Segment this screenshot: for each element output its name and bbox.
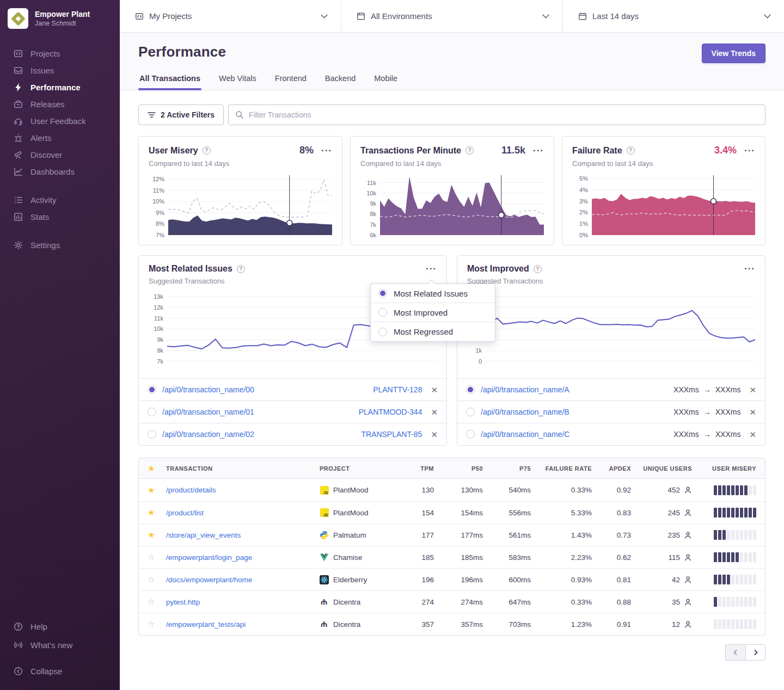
table-row[interactable]: ★ /product/details JS PlantMood 130 130m… (139, 479, 765, 501)
transaction-link[interactable]: /empowerplant_tests/api (166, 620, 246, 629)
table-row[interactable]: ☆ pytest.http Ψ Dicentra 274 274ms 647ms… (139, 590, 765, 613)
panel-chart[interactable] (486, 292, 755, 361)
star-icon[interactable]: ★ (148, 464, 166, 473)
view-trends-button[interactable]: View Trends (702, 44, 765, 63)
sidebar-item-projects[interactable]: Projects (0, 45, 120, 62)
duration-change: XXXms→XXXms (673, 408, 740, 416)
transaction-link[interactable]: /docs/empowerplant/home (166, 576, 252, 584)
dismiss-icon[interactable]: ✕ (431, 386, 438, 394)
transaction-radio[interactable] (466, 430, 475, 439)
dismiss-icon[interactable]: ✕ (431, 430, 438, 439)
tab-all-transactions[interactable]: All Transactions (138, 74, 201, 90)
issue-id-link[interactable]: PLANTMOOD-344 (359, 408, 422, 416)
transaction-link[interactable]: /api/0/transaction_name/00 (162, 385, 367, 394)
star-toggle[interactable]: ☆ (148, 597, 166, 607)
star-toggle[interactable]: ★ (148, 508, 166, 518)
more-options-icon[interactable]: ··· (744, 148, 755, 153)
transaction-link[interactable]: /api/0/transaction_name/01 (162, 408, 353, 416)
sidebar-item-stats[interactable]: Stats (0, 208, 120, 225)
more-options-icon[interactable]: ··· (744, 266, 755, 272)
transaction-link[interactable]: /api/0/transaction_name/A (481, 385, 667, 394)
sidebar-item-performance[interactable]: Performance (0, 79, 120, 96)
user-icon (684, 598, 692, 606)
transactions-table: ★ TRANSACTION PROJECT TPM P50 P75 FAILUR… (138, 458, 765, 636)
transaction-link[interactable]: pytest.http (166, 598, 200, 606)
tab-frontend[interactable]: Frontend (274, 74, 308, 90)
table-row[interactable]: ★ /product/list JS PlantMood 154 154ms 5… (139, 501, 765, 523)
sidebar-item-whats-new[interactable]: What’s new (0, 636, 120, 654)
transaction-radio[interactable] (148, 385, 156, 394)
dismiss-icon[interactable]: ✕ (431, 408, 438, 416)
project-selector[interactable]: My Projects (120, 0, 341, 32)
help-icon[interactable]: ? (627, 146, 635, 155)
transaction-radio[interactable] (148, 408, 156, 416)
transaction-link[interactable]: /api/0/transaction_name/B (481, 408, 667, 416)
sidebar-item-issues[interactable]: Issues (0, 62, 120, 79)
table-row[interactable]: ☆ /empowerplant_tests/api Ψ Dicentra 357… (139, 613, 765, 635)
tpm-value: 357 (401, 620, 434, 629)
help-icon[interactable]: ? (534, 265, 542, 273)
next-page-button[interactable] (745, 644, 765, 661)
dismiss-icon[interactable]: ✕ (749, 386, 756, 394)
tab-backend[interactable]: Backend (324, 74, 357, 90)
star-toggle[interactable]: ☆ (148, 575, 166, 584)
more-options-icon[interactable]: ··· (426, 266, 437, 272)
tab-web-vitals[interactable]: Web Vitals (218, 74, 258, 90)
transaction-radio[interactable] (148, 430, 156, 439)
metric-chart[interactable] (168, 175, 332, 235)
sidebar-item-help[interactable]: Help (0, 617, 120, 636)
transaction-link[interactable]: /store/api_view_events (166, 531, 241, 539)
issue-id-link[interactable]: TRANSPLANT-85 (361, 430, 422, 439)
sidebar-item-user-feedback[interactable]: User Feedback (0, 113, 120, 130)
menu-item-most-improved[interactable]: Most Improved (371, 303, 495, 322)
menu-radio (378, 328, 387, 336)
user-misery-bar (692, 508, 756, 518)
sidebar-item-alerts[interactable]: Alerts (0, 130, 120, 146)
help-icon[interactable]: ? (465, 146, 474, 155)
prev-page-button[interactable] (725, 644, 745, 661)
tab-mobile[interactable]: Mobile (373, 74, 399, 90)
sidebar-item-dashboards[interactable]: Dashboards (0, 163, 120, 180)
sidebar-item-activity[interactable]: Activity (0, 192, 120, 208)
sidebar-item-label: User Feedback (30, 116, 86, 126)
more-options-icon[interactable]: ··· (533, 148, 544, 153)
search-input[interactable] (249, 110, 758, 119)
org-switcher[interactable]: Empower Plant Jane Schmidt (0, 0, 120, 34)
table-row[interactable]: ☆ /docs/empowerplant/home Elderberry 196… (139, 568, 765, 590)
star-toggle[interactable]: ★ (148, 485, 166, 495)
more-options-icon[interactable]: ··· (321, 148, 332, 153)
environment-selector[interactable]: All Environments (341, 0, 563, 32)
panel-rows: /api/0/transaction_name/00PLANTTV-128✕/a… (139, 378, 446, 445)
unique-users-count: 35 (672, 598, 680, 606)
table-row[interactable]: ☆ /empowerplant/login_page Chamise 185 1… (139, 546, 765, 568)
metric-chart[interactable] (592, 175, 755, 235)
date-range-selector[interactable]: Last 14 days (563, 0, 784, 32)
star-toggle[interactable]: ★ (148, 530, 166, 540)
star-toggle[interactable]: ☆ (148, 552, 166, 562)
transaction-link[interactable]: /product/list (166, 509, 204, 517)
sidebar-collapse[interactable]: Collapse (0, 662, 120, 680)
active-filters-button[interactable]: 2 Active Filters (138, 104, 224, 125)
transaction-radio[interactable] (466, 385, 475, 394)
star-toggle[interactable]: ☆ (148, 619, 166, 629)
transaction-link[interactable]: /api/0/transaction_name/02 (162, 430, 355, 439)
issue-id-link[interactable]: PLANTTV-128 (373, 385, 422, 394)
org-user: Jane Schmidt (35, 20, 90, 27)
sidebar-item-settings[interactable]: Settings (0, 237, 120, 254)
transaction-radio[interactable] (466, 408, 475, 416)
dismiss-icon[interactable]: ✕ (749, 430, 756, 439)
sidebar-item-discover[interactable]: Discover (0, 146, 120, 163)
chevron-down-icon (542, 14, 549, 19)
transaction-link[interactable]: /product/details (166, 486, 216, 494)
menu-item-most-regressed[interactable]: Most Regressed (371, 322, 495, 341)
apdex-value: 0.81 (592, 576, 631, 584)
help-icon[interactable]: ? (203, 146, 211, 155)
metric-chart[interactable] (380, 175, 544, 235)
menu-item-most-related-issues[interactable]: Most Related Issues (371, 284, 495, 303)
transaction-link[interactable]: /api/0/transaction_name/C (481, 430, 667, 439)
sidebar-item-releases[interactable]: Releases (0, 96, 120, 113)
dismiss-icon[interactable]: ✕ (749, 408, 756, 416)
table-row[interactable]: ★ /store/api_view_events Palmatum 177 17… (139, 523, 765, 546)
help-icon[interactable]: ? (237, 265, 245, 273)
transaction-link[interactable]: /empowerplant/login_page (166, 553, 252, 562)
